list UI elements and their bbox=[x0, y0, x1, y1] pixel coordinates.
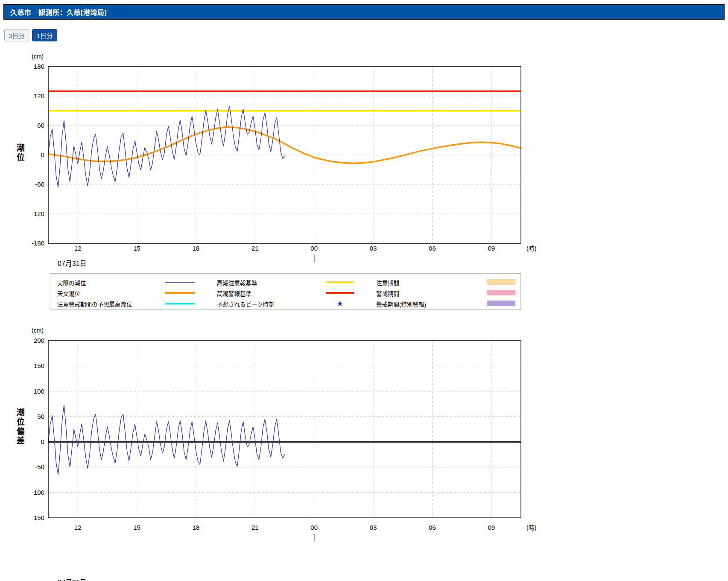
period-sample-icon bbox=[487, 290, 515, 295]
tide-deviation-chart: (cm)200150100500-50-100-1501215182100030… bbox=[26, 325, 555, 581]
y-tick-label: 100 bbox=[34, 388, 44, 395]
line-sample-icon bbox=[165, 292, 195, 294]
y-tick-label: -50 bbox=[35, 463, 44, 470]
header-bar: 久慈市 観測所：久慈[港湾局] bbox=[3, 4, 725, 20]
period-sample-icon bbox=[487, 279, 515, 285]
legend-label: 予想されるピーク時刻 bbox=[217, 300, 275, 308]
y-tick-label: 50 bbox=[37, 413, 44, 420]
x-tick-label: 00 bbox=[310, 245, 318, 252]
legend-label: 警戒期間 bbox=[376, 289, 399, 298]
legend-box-swatch bbox=[487, 277, 515, 287]
line-sample-icon bbox=[165, 303, 195, 304]
legend-line-swatch bbox=[326, 277, 354, 287]
astronomical-tide-line bbox=[48, 127, 521, 163]
unit-label: (cm) bbox=[32, 53, 44, 60]
x-tick-label: 21 bbox=[251, 245, 259, 252]
legend-label: 高潮警報基準 bbox=[217, 289, 251, 298]
legend-label: 実際の潮位 bbox=[57, 278, 86, 287]
x-tick-label: 03 bbox=[370, 524, 377, 531]
legend-label: 注意警戒期間の予想最高潮位 bbox=[57, 300, 132, 308]
legend-line-swatch bbox=[165, 298, 195, 309]
y-tick-label: 150 bbox=[34, 362, 44, 369]
range-1day-button[interactable]: 1日分 bbox=[32, 29, 57, 41]
y-tick-label: -180 bbox=[32, 239, 44, 247]
x-tick-label: 12 bbox=[74, 524, 82, 531]
legend-line-swatch bbox=[165, 277, 195, 287]
y-tick-label: 0 bbox=[41, 151, 44, 158]
legend-label: 注意期間 bbox=[376, 278, 399, 287]
legend-row: 天文潮位高潮警報基準警戒期間 bbox=[50, 287, 520, 298]
legend-line-swatch bbox=[326, 287, 354, 298]
y-tick-label: 60 bbox=[37, 122, 44, 129]
x-tick-label: 09 bbox=[488, 245, 495, 252]
peak-star-icon: ★ bbox=[336, 300, 343, 307]
y-axis-title-tide-deviation: 潮位偏差 bbox=[15, 408, 25, 446]
time-unit-label: (時) bbox=[526, 524, 536, 531]
legend-box-swatch bbox=[487, 298, 515, 309]
page-title: 久慈市 観測所：久慈[港湾局] bbox=[10, 7, 107, 17]
plot-border bbox=[48, 341, 521, 518]
x-tick-label: 06 bbox=[429, 245, 436, 252]
y-tick-label: 120 bbox=[34, 92, 44, 99]
x-tick-label: 18 bbox=[193, 524, 200, 531]
x-tick-label: 09 bbox=[488, 524, 495, 531]
time-unit-label: (時) bbox=[526, 245, 536, 252]
range-toolbar: 3日分 1日分 bbox=[4, 29, 57, 41]
legend-label: 警戒期間(特別警報) bbox=[376, 300, 426, 308]
range-3day-button[interactable]: 3日分 bbox=[4, 29, 29, 41]
x-tick-label: 06 bbox=[429, 524, 436, 531]
legend-label: 天文潮位 bbox=[57, 289, 80, 298]
x-tick-label: 12 bbox=[74, 245, 82, 252]
y-tick-label: -60 bbox=[35, 181, 44, 188]
y-axis-title-tide-level: 潮位 bbox=[15, 143, 25, 162]
y-tick-label: 200 bbox=[34, 337, 44, 344]
tide-level-chart: (cm)180120600-60-120-1801215182100030609… bbox=[26, 51, 555, 271]
line-sample-icon bbox=[165, 282, 195, 283]
y-tick-label: -120 bbox=[32, 210, 44, 217]
y-tick-label: 0 bbox=[41, 438, 44, 445]
y-tick-label: -150 bbox=[32, 514, 44, 521]
line-sample-icon bbox=[326, 281, 354, 283]
deviation-line bbox=[48, 405, 285, 475]
line-sample-icon bbox=[326, 292, 354, 294]
date-label: 07月31日 bbox=[58, 579, 87, 581]
legend: 実際の潮位高潮注意報基準注意期間天文潮位高潮警報基準警戒期間注意警戒期間の予想最… bbox=[50, 273, 521, 310]
x-tick-label: 00 bbox=[310, 524, 318, 531]
legend-line-swatch bbox=[165, 287, 195, 298]
x-tick-label: 03 bbox=[370, 245, 377, 252]
date-label: 07月31日 bbox=[58, 260, 87, 267]
legend-row: 実際の潮位高潮注意報基準注意期間 bbox=[50, 277, 520, 287]
legend-row: 注意警戒期間の予想最高潮位予想されるピーク時刻★警戒期間(特別警報) bbox=[50, 298, 520, 309]
x-tick-label: 15 bbox=[133, 245, 140, 252]
legend-label: 高潮注意報基準 bbox=[217, 278, 257, 287]
legend-star-swatch: ★ bbox=[326, 298, 354, 309]
x-tick-label: 18 bbox=[193, 245, 200, 252]
y-tick-label: -100 bbox=[32, 489, 44, 496]
unit-label: (cm) bbox=[32, 327, 44, 334]
legend-box-swatch bbox=[487, 287, 515, 298]
y-tick-label: 180 bbox=[34, 63, 44, 70]
x-tick-label: 15 bbox=[133, 524, 140, 531]
period-sample-icon bbox=[487, 301, 515, 306]
x-tick-label: 21 bbox=[251, 524, 259, 531]
